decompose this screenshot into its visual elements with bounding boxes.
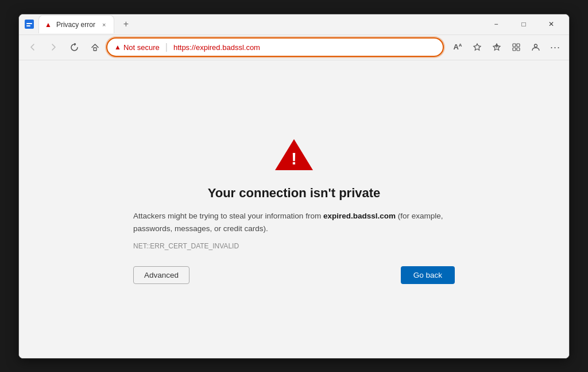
maximize-button[interactable]: □ bbox=[510, 14, 537, 34]
favorites-button[interactable] bbox=[468, 38, 486, 56]
address-bar[interactable]: ▲ Not secure | https://expired.badssl.co… bbox=[106, 37, 444, 57]
home-button[interactable] bbox=[86, 38, 104, 56]
read-aloud-button[interactable]: AA bbox=[448, 38, 467, 56]
back-button[interactable] bbox=[24, 38, 42, 56]
minimize-button[interactable]: − bbox=[483, 14, 509, 34]
tab-error-icon: ▲ bbox=[45, 21, 52, 29]
svg-rect-7 bbox=[517, 44, 520, 47]
refresh-button[interactable] bbox=[65, 38, 83, 56]
svg-rect-9 bbox=[517, 48, 520, 51]
svg-rect-8 bbox=[513, 48, 516, 51]
address-bar-wrapper: ▲ Not secure | https://expired.badssl.co… bbox=[106, 37, 444, 57]
page-content: ! Your connection isn't private Attacker… bbox=[19, 60, 569, 358]
tab-close-button[interactable]: × bbox=[100, 20, 108, 29]
not-secure-label: Not secure bbox=[123, 43, 160, 52]
domain-highlight: expired.badssl.com bbox=[323, 212, 396, 220]
navigation-bar: ▲ Not secure | https://expired.badssl.co… bbox=[19, 35, 569, 60]
error-description: Attackers might be trying to steal your … bbox=[133, 210, 455, 235]
collections-button[interactable] bbox=[507, 38, 525, 56]
browser-tab[interactable]: ▲ Privacy error × bbox=[38, 15, 114, 33]
error-title: Your connection isn't private bbox=[208, 186, 381, 201]
advanced-button[interactable]: Advanced bbox=[133, 266, 189, 284]
browser-icon bbox=[24, 18, 35, 30]
svg-point-10 bbox=[535, 44, 537, 47]
error-actions: Advanced Go back bbox=[133, 266, 455, 284]
tab-title: Privacy error bbox=[56, 21, 95, 29]
error-code: NET::ERR_CERT_DATE_INVALID bbox=[133, 242, 455, 250]
close-button[interactable]: ✕ bbox=[538, 14, 564, 34]
ellipsis-icon: ··· bbox=[550, 41, 560, 53]
more-options-button[interactable]: ··· bbox=[546, 38, 564, 56]
warning-triangle-icon: ! bbox=[274, 134, 314, 174]
warning-icon: ▲ bbox=[114, 43, 121, 51]
add-to-favorites-button[interactable] bbox=[488, 38, 506, 56]
svg-rect-3 bbox=[94, 48, 96, 51]
address-separator: | bbox=[165, 42, 168, 52]
security-warning: ▲ Not secure bbox=[114, 43, 160, 52]
browser-window: ▲ Privacy error × + − □ ✕ bbox=[18, 14, 570, 359]
svg-rect-2 bbox=[26, 25, 30, 26]
new-tab-button[interactable]: + bbox=[118, 16, 134, 32]
title-bar-left: ▲ Privacy error × + bbox=[24, 15, 134, 33]
svg-rect-1 bbox=[26, 23, 32, 24]
read-aloud-icon: AA bbox=[453, 43, 462, 51]
go-back-button[interactable]: Go back bbox=[401, 266, 455, 284]
profile-button[interactable] bbox=[527, 38, 545, 56]
url-display: https://expired.badssl.com bbox=[173, 43, 260, 52]
error-container: ! Your connection isn't private Attacker… bbox=[133, 134, 455, 283]
svg-text:!: ! bbox=[291, 149, 297, 168]
window-controls: − □ ✕ bbox=[483, 14, 564, 34]
svg-rect-6 bbox=[513, 44, 516, 47]
browser-toolbar: AA bbox=[448, 38, 564, 56]
forward-button[interactable] bbox=[44, 38, 63, 56]
title-bar: ▲ Privacy error × + − □ ✕ bbox=[19, 14, 569, 35]
description-prefix: Attackers might be trying to steal your … bbox=[133, 212, 323, 220]
